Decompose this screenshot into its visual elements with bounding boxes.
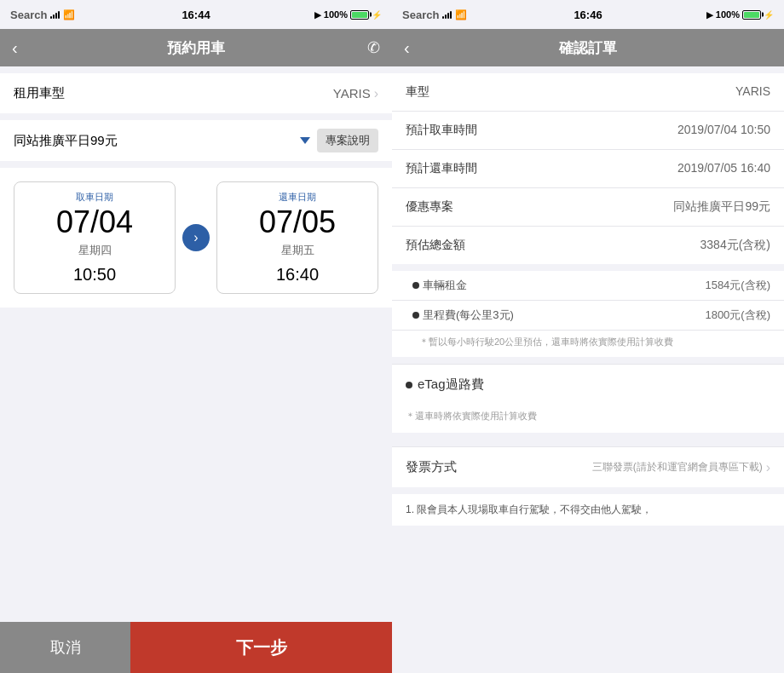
battery-fill-2 (744, 12, 759, 18)
return-label: 還車日期 (226, 191, 369, 204)
lightning-icon-1: ⚡ (372, 10, 382, 20)
next-button[interactable]: 下一步 (130, 622, 392, 673)
return-day: 星期五 (226, 243, 369, 258)
order-value-3: 同站推廣平日99元 (673, 199, 770, 215)
battery-percent-1: 100% (324, 9, 348, 20)
time-1: 16:44 (182, 9, 210, 21)
content-1: 租用車型 YARIS › 同站推廣平日99元 專案說明 取車日期 07/04 星… (0, 66, 392, 622)
sub-label-0: 車輛租金 (412, 278, 467, 293)
order-row-3: 優惠專案 同站推廣平日99元 (392, 188, 784, 227)
back-button-1[interactable]: ‹ (12, 38, 18, 58)
etag-note: ＊還車時將依實際使用計算收費 (392, 405, 784, 433)
date-section: 取車日期 07/04 星期四 10:50 › 還車日期 07/05 星期五 16… (0, 168, 392, 308)
promo-btn[interactable]: 專案說明 (317, 129, 378, 152)
spacer-invoice (392, 440, 784, 446)
car-type-value: YARIS › (333, 86, 378, 101)
order-row-4: 預估總金額 3384元(含稅) (392, 227, 784, 264)
spacer-notice (392, 487, 784, 494)
order-value-1: 2019/07/04 10:50 (677, 123, 770, 136)
car-type-label: 租用車型 (14, 85, 65, 101)
sub-row-1: 里程費(每公里3元) 1800元(含稅) (392, 301, 784, 331)
status-left-1: Search 📶 (10, 9, 75, 21)
car-type-section: 租用車型 YARIS › (0, 73, 392, 113)
sub-row-0: 車輛租金 1584元(含稅) (392, 271, 784, 301)
invoice-value: 三聯發票(請於和運官網會員專區下載) › (592, 460, 770, 475)
order-value-0: YARIS (735, 84, 770, 98)
notice-text: 1. 限會員本人現場取車自行駕駛，不得交由他人駕駛， (392, 494, 784, 526)
content-2: 車型 YARIS 預計取車時間 2019/07/04 10:50 預計還車時間 … (392, 66, 784, 673)
etag-dot (406, 382, 412, 388)
phone-icon-1[interactable]: ✆ (367, 38, 380, 57)
nav-title-1: 預約用車 (167, 38, 225, 58)
promo-dropdown-icon (300, 137, 310, 144)
gps-icon-2: ▶ (706, 10, 713, 20)
sub-label-1: 里程費(每公里3元) (412, 308, 514, 323)
order-value-4: 3384元(含稅) (700, 238, 770, 253)
order-value-2: 2019/07/05 16:40 (677, 161, 770, 175)
sub-value-1: 1800元(含稅) (705, 308, 770, 323)
signal-bars-2 (442, 10, 452, 19)
status-right-2: ▶ 100% ⚡ (706, 9, 774, 20)
nav-bar-1: ‹ 預約用車 ✆ (0, 29, 392, 66)
sub-rows-section: 車輛租金 1584元(含稅) 里程費(每公里3元) 1800元(含稅) ＊暫以每… (392, 271, 784, 357)
carrier-1: Search (10, 9, 47, 21)
return-card[interactable]: 還車日期 07/05 星期五 16:40 (216, 181, 378, 294)
phone-1: Search 📶 16:44 ▶ 100% ⚡ ‹ 預約用車 ✆ 租用車型 (0, 0, 392, 673)
etag-section: eTag過路費 ＊還車時將依實際使用計算收費 (392, 364, 784, 433)
order-label-2: 預計還車時間 (406, 161, 677, 176)
status-bar-2: Search 📶 16:46 ▶ 100% ⚡ (392, 0, 784, 29)
status-bar-1: Search 📶 16:44 ▶ 100% ⚡ (0, 0, 392, 29)
phone-2: Search 📶 16:46 ▶ 100% ⚡ ‹ 確認訂單 車型 YA (392, 0, 784, 673)
date-row: 取車日期 07/04 星期四 10:50 › 還車日期 07/05 星期五 16… (14, 181, 378, 294)
pickup-card[interactable]: 取車日期 07/04 星期四 10:50 (14, 181, 176, 294)
return-time: 16:40 (226, 265, 369, 285)
back-button-2[interactable]: ‹ (404, 38, 410, 58)
car-type-chevron: › (374, 86, 378, 101)
nav-bar-2: ‹ 確認訂單 (392, 29, 784, 66)
gps-icon-1: ▶ (314, 10, 321, 20)
promo-text: 同站推廣平日99元 (14, 133, 300, 149)
order-label-3: 優惠專案 (406, 199, 673, 215)
dot-1 (412, 312, 419, 319)
order-label-0: 車型 (406, 84, 735, 100)
pickup-day: 星期四 (23, 243, 166, 258)
order-details-section: 車型 YARIS 預計取車時間 2019/07/04 10:50 預計還車時間 … (392, 73, 784, 264)
battery-percent-2: 100% (716, 9, 740, 20)
nav-title-2: 確認訂單 (559, 38, 617, 58)
order-row-2: 預計還車時間 2019/07/05 16:40 (392, 150, 784, 188)
battery-1 (350, 10, 369, 20)
etag-label: eTag過路費 (418, 377, 484, 393)
sub-value-0: 1584元(含稅) (705, 278, 770, 293)
invoice-chevron: › (766, 460, 770, 475)
pickup-date: 07/04 (23, 207, 166, 238)
return-date: 07/05 (226, 207, 369, 238)
order-label-4: 預估總金額 (406, 238, 700, 253)
battery-2 (742, 10, 761, 20)
status-left-2: Search 📶 (402, 9, 467, 21)
dot-0 (412, 282, 419, 289)
status-right-1: ▶ 100% ⚡ (314, 9, 382, 20)
bottom-bar-1: 取消 下一步 (0, 622, 392, 673)
car-type-row[interactable]: 租用車型 YARIS › (0, 73, 392, 113)
etag-row: eTag過路費 (392, 364, 784, 405)
time-2: 16:46 (574, 9, 602, 21)
cancel-button[interactable]: 取消 (0, 622, 130, 673)
promo-section: 同站推廣平日99元 專案說明 (0, 120, 392, 161)
pickup-label: 取車日期 (23, 191, 166, 204)
invoice-row[interactable]: 發票方式 三聯發票(請於和運官網會員專區下載) › (392, 446, 784, 487)
pickup-time: 10:50 (23, 265, 166, 285)
order-label-1: 預計取車時間 (406, 123, 677, 138)
order-row-1: 預計取車時間 2019/07/04 10:50 (392, 112, 784, 150)
order-row-0: 車型 YARIS (392, 73, 784, 112)
wifi-icon-2: 📶 (455, 9, 467, 20)
carrier-2: Search (402, 9, 439, 21)
lightning-icon-2: ⚡ (764, 10, 774, 20)
date-arrow-icon: › (182, 224, 210, 251)
signal-bars-1 (50, 10, 60, 19)
wifi-icon-1: 📶 (63, 9, 75, 20)
invoice-label: 發票方式 (406, 459, 457, 475)
battery-fill-1 (352, 12, 367, 18)
mileage-note: ＊暫以每小時行駛20公里預估，還車時將依實際使用計算收費 (406, 331, 770, 357)
